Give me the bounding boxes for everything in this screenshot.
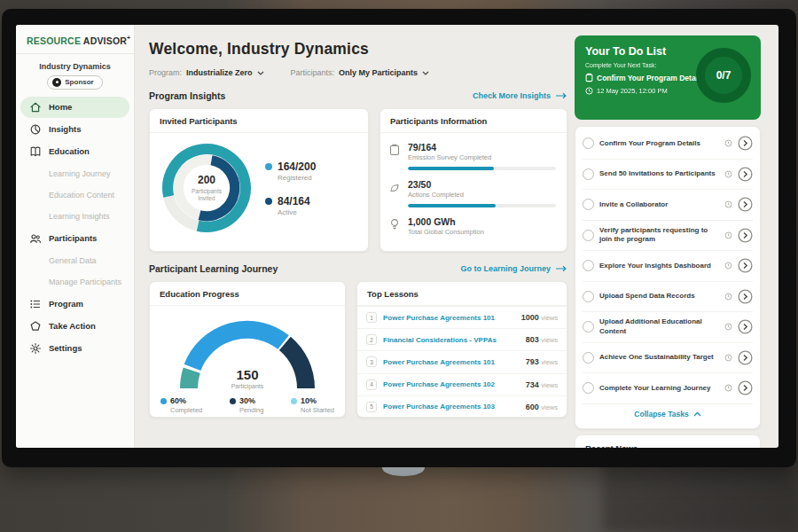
lesson-link[interactable]: Power Purchase Agreements 102 [383, 380, 520, 388]
legend-label: Pending [239, 406, 264, 414]
sponsor-icon [52, 78, 61, 87]
todo-open-button[interactable] [738, 136, 753, 151]
lesson-link[interactable]: Financial Considerations - VPPAs [383, 336, 520, 344]
sidebar-item-education-content[interactable]: Education Content [16, 184, 134, 206]
section-title: Program Insights [149, 90, 225, 101]
sidebar-item-program[interactable]: Program [20, 293, 129, 315]
gauge-center-label: 150 Participants [172, 367, 323, 389]
sidebar-item-label: Home [49, 102, 72, 112]
sidebar-item-home[interactable]: Home [20, 97, 129, 118]
sidebar-subitem-label: General Data [49, 256, 97, 265]
learning-journey-section-header: Participant Learning Journey Go to Learn… [149, 263, 567, 274]
settings-gear-icon [29, 342, 42, 355]
todo-checkbox[interactable] [583, 291, 594, 302]
lesson-row[interactable]: 4 Power Purchase Agreements 102 734 view… [357, 373, 567, 395]
filter-label: Participants: [291, 68, 335, 77]
todo-item[interactable]: Upload Spend Data Records [583, 282, 753, 313]
todo-panel: Your To Do List Complete Your Next Task:… [575, 35, 761, 448]
clock-icon [724, 323, 732, 331]
donut-center-label: 200 Participants Invited [157, 138, 256, 238]
legend-dot [160, 398, 167, 404]
sidebar-item-insights[interactable]: Insights [20, 119, 129, 140]
leaf-icon [389, 179, 401, 207]
sidebar-subitem-label: Education Content [49, 191, 114, 200]
legend-dot [230, 398, 236, 404]
sidebar-nav: Home Insights Education Learning Journey… [16, 97, 134, 359]
lesson-link[interactable]: Power Purchase Agreements 101 [383, 358, 520, 366]
sidebar-item-manage-participants[interactable]: Manage Participants [16, 271, 134, 293]
todo-item[interactable]: Verify participants requesting to join t… [583, 221, 753, 252]
sidebar-item-label: Settings [49, 343, 82, 353]
take-action-icon [29, 320, 42, 332]
sidebar-item-education[interactable]: Education [20, 141, 129, 162]
legend-label: Active [278, 208, 310, 216]
clock-icon [724, 262, 732, 270]
legend-value: 84/164 [278, 195, 310, 207]
sidebar-item-learning-journey[interactable]: Learning Journey [16, 163, 134, 184]
stat-row-actions: 23/50 Actions Completed [380, 170, 567, 207]
sidebar-subitem-label: Manage Participants [49, 278, 121, 286]
lesson-row[interactable]: 5 Power Purchase Agreements 103 600 view… [357, 395, 567, 418]
lesson-row[interactable]: 1 Power Purchase Agreements 101 1000 vie… [357, 306, 567, 328]
go-to-learning-journey-link[interactable]: Go to Learning Journey [460, 264, 567, 273]
lesson-link[interactable]: Power Purchase Agreements 101 [383, 314, 515, 322]
todo-checkbox[interactable] [583, 260, 594, 271]
gauge-chart: 150 Participants [172, 313, 323, 389]
todo-item[interactable]: Invite a Collaborator [583, 190, 753, 221]
lesson-link[interactable]: Power Purchase Agreements 103 [383, 403, 520, 411]
legend-item-completed: 60% Completed [160, 396, 202, 414]
todo-checkbox[interactable] [583, 137, 594, 149]
participants-count-label: Participants [172, 383, 323, 389]
todo-checkbox[interactable] [583, 199, 594, 210]
lesson-row[interactable]: 2 Financial Considerations - VPPAs 803 v… [357, 328, 567, 350]
program-filter-dropdown[interactable]: Program: Industrialize Zero [149, 68, 264, 77]
lesson-row[interactable]: 3 Power Purchase Agreements 101 793 view… [357, 350, 567, 372]
todo-item[interactable]: Confirm Your Program Details [583, 129, 753, 160]
program-insights-section-header: Program Insights Check More Insights [149, 90, 567, 101]
logo-text-advisor: ADVISOR [83, 35, 127, 46]
todo-checkbox[interactable] [583, 382, 594, 394]
todo-open-button[interactable] [738, 380, 753, 395]
views-word: views [541, 381, 558, 389]
progress-track [408, 167, 556, 170]
invited-count: 200 [198, 174, 215, 186]
collapse-tasks-link[interactable]: Collapse Tasks [583, 404, 753, 425]
todo-open-button[interactable] [738, 350, 753, 365]
stat-row-consumption: 1,000 GWh Total Global Consumption [380, 207, 567, 236]
sidebar-item-general-data[interactable]: General Data [16, 250, 134, 271]
todo-open-button[interactable] [738, 197, 753, 212]
todo-open-button[interactable] [738, 289, 753, 304]
lesson-rank: 5 [366, 402, 377, 412]
todo-checkbox[interactable] [583, 230, 594, 241]
todo-item[interactable]: Complete Your Learning Journey [583, 373, 753, 404]
card-title: Top Lessons [357, 282, 567, 306]
todo-item[interactable]: Send 50 Invitations to Participants [583, 160, 753, 191]
sidebar-item-settings[interactable]: Settings [20, 338, 129, 359]
insights-icon [29, 123, 42, 136]
logo-plus: + [127, 35, 130, 41]
legend-value: 164/200 [278, 160, 316, 173]
todo-checkbox[interactable] [583, 321, 594, 332]
card-title: Invited Participants [150, 109, 368, 133]
stat-value: 1,000 GWh [408, 216, 556, 227]
sidebar-item-learning-insights[interactable]: Learning Insights [16, 206, 134, 227]
lesson-views-count: 793 [526, 357, 539, 366]
participants-filter-dropdown[interactable]: Participants: Only My Participants [291, 68, 430, 77]
lesson-views-count: 803 [526, 335, 539, 344]
todo-item[interactable]: Explore Your Insights Dashboard [583, 251, 753, 282]
todo-open-button[interactable] [738, 167, 753, 182]
sidebar-item-take-action[interactable]: Take Action [20, 316, 129, 337]
todo-open-button[interactable] [738, 319, 753, 334]
link-label: Go to Learning Journey [460, 264, 551, 273]
todo-open-button[interactable] [738, 258, 753, 273]
survey-clipboard-icon [389, 142, 401, 170]
sidebar-item-participants[interactable]: Participants [20, 228, 129, 249]
todo-item[interactable]: Upload Additional Educational Content [583, 312, 753, 343]
todo-item[interactable]: Achieve One Sustainability Target [583, 343, 753, 374]
progress-track [408, 204, 556, 207]
check-more-insights-link[interactable]: Check More Insights [473, 91, 567, 100]
todo-open-button[interactable] [738, 228, 753, 243]
todo-checkbox[interactable] [583, 352, 594, 364]
org-name: Industry Dynamics [16, 62, 134, 71]
todo-checkbox[interactable] [583, 168, 594, 180]
